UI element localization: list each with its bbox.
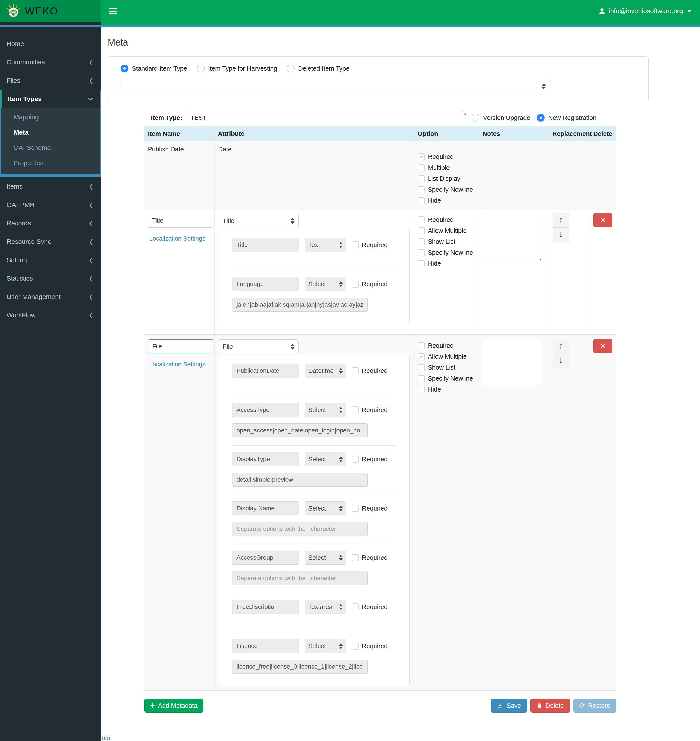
field-type-select[interactable]: Select xyxy=(304,403,346,417)
option-multiple[interactable]: Multiple xyxy=(418,164,476,171)
field-required-checkbox[interactable]: Required xyxy=(352,554,388,561)
field-required-checkbox[interactable]: Required xyxy=(352,281,388,288)
move-down-button[interactable]: ↓ xyxy=(553,354,569,368)
notes-textarea[interactable] xyxy=(483,213,542,260)
sidebar-item-home[interactable]: Home xyxy=(0,35,101,53)
field-required-checkbox[interactable]: Required xyxy=(352,367,388,374)
sidebar-subitem-mapping[interactable]: Mapping xyxy=(1,109,100,125)
field-required-checkbox[interactable]: Required xyxy=(352,407,388,414)
field-name-input[interactable] xyxy=(232,501,299,516)
field-required-checkbox[interactable]: Required xyxy=(352,603,388,611)
field-required-checkbox[interactable]: Required xyxy=(352,456,388,463)
field-name-input[interactable] xyxy=(232,452,299,466)
sidebar-item-communities[interactable]: Communities ❮ xyxy=(0,53,101,71)
field-name-input[interactable] xyxy=(232,364,299,378)
item-type-name-input[interactable] xyxy=(186,111,463,125)
option-show-list[interactable]: Show List xyxy=(418,364,476,371)
add-metadata-button[interactable]: + Add Metadata xyxy=(144,698,203,713)
field-name-input[interactable] xyxy=(232,600,299,614)
delete-row-button[interactable]: ✕ xyxy=(593,339,612,353)
option-required[interactable]: Required xyxy=(418,216,476,224)
radio-new-registration[interactable]: New Registration xyxy=(537,114,597,122)
option-required[interactable]: Required xyxy=(418,342,476,349)
field-options-input[interactable] xyxy=(232,660,368,673)
sidebar-item-workflow[interactable]: WorkFlow ❮ xyxy=(0,306,101,324)
user-menu[interactable]: info@inveniosoftware.org xyxy=(598,7,691,15)
option-hide[interactable]: Hide xyxy=(418,260,476,267)
field-options-input[interactable] xyxy=(232,522,368,536)
field-name-input[interactable] xyxy=(232,238,299,252)
footer-link[interactable]: nio xyxy=(101,734,110,741)
field-required-checkbox[interactable]: Required xyxy=(352,642,388,650)
field-options-input[interactable] xyxy=(232,423,368,438)
field-name-input[interactable] xyxy=(232,639,299,653)
field-type-select[interactable]: Textarea xyxy=(304,600,346,614)
option-specify-newline[interactable]: Specify Newline xyxy=(418,375,476,382)
chevron-left-icon: ❮ xyxy=(89,183,93,190)
field-type-select[interactable]: Select xyxy=(304,501,346,516)
field-type-select[interactable]: Datetime xyxy=(304,364,346,378)
save-button[interactable]: Save xyxy=(491,698,527,713)
sidebar-item-setting[interactable]: Setting ❮ xyxy=(0,251,101,269)
radio-version-upgrade[interactable]: Version Upgrade xyxy=(472,114,530,122)
radio-item-type-for-harvesting[interactable]: Item Type for Harvesting xyxy=(197,65,277,72)
option-allow-multiple[interactable]: Allow Multiple xyxy=(418,227,476,234)
field-type-select[interactable]: Select xyxy=(304,452,346,466)
sidebar-item-items[interactable]: Items ❮ xyxy=(0,177,101,196)
restore-button[interactable]: ⟳ Restore xyxy=(574,698,616,713)
option-allow-multiple[interactable]: Allow Multiple xyxy=(418,353,476,360)
sidebar-subitem-oai-schema[interactable]: OAI Schema xyxy=(1,140,100,155)
item-name-input-file[interactable] xyxy=(148,339,213,354)
radio-standard-item-type[interactable]: Standard Item Type xyxy=(121,65,187,72)
localization-settings-link[interactable]: Localization Settings xyxy=(149,361,205,368)
field-name-input[interactable] xyxy=(232,277,299,291)
field-required-checkbox[interactable]: Required xyxy=(352,242,388,249)
field-options-input[interactable] xyxy=(232,473,368,487)
attribute-select-file[interactable]: File xyxy=(218,339,299,354)
option-hide[interactable]: Hide xyxy=(418,197,476,204)
notes-textarea[interactable] xyxy=(483,339,542,386)
attribute-detail-panel: Text Required xyxy=(218,229,409,324)
field-required-checkbox[interactable]: Required xyxy=(352,505,388,512)
sidebar-item-files[interactable]: Files ❮ xyxy=(0,71,101,90)
localization-settings-link[interactable]: Localization Settings xyxy=(149,235,205,242)
field-type-select[interactable]: Select xyxy=(304,277,346,291)
option-required[interactable]: Required xyxy=(418,153,476,161)
sidebar-item-user-management[interactable]: User Management ❮ xyxy=(0,287,101,306)
move-up-button[interactable]: ↑ xyxy=(553,213,569,228)
radio-deleted-item-type[interactable]: Deleted Item Type xyxy=(287,65,350,72)
delete-row-button[interactable]: ✕ xyxy=(593,213,612,227)
option-hide[interactable]: Hide xyxy=(418,386,476,393)
option-specify-newline[interactable]: Specify Newline xyxy=(418,249,476,256)
sidebar-item-statistics[interactable]: Statistics ❮ xyxy=(0,269,101,287)
field-name-input[interactable] xyxy=(232,403,299,417)
field-type-select[interactable]: Text xyxy=(304,238,346,252)
field-name-input[interactable] xyxy=(232,551,299,564)
select-arrows-icon xyxy=(339,407,343,413)
sidebar-subitem-meta[interactable]: Meta xyxy=(1,125,100,140)
sidebar-toggle-icon[interactable] xyxy=(109,7,118,15)
checkbox-icon xyxy=(418,175,425,182)
item-name-input-title[interactable] xyxy=(148,214,213,228)
brand-logo[interactable]: WEKO xyxy=(0,0,101,22)
option-specify-newline[interactable]: Specify Newline xyxy=(418,186,476,193)
move-up-button[interactable]: ↑ xyxy=(553,339,569,354)
sidebar-item-resource-sync[interactable]: Resource Sync ❮ xyxy=(0,233,101,251)
sidebar-item-records[interactable]: Records ❮ xyxy=(0,214,101,233)
option-show-list[interactable]: Show List xyxy=(418,238,476,245)
sidebar-item-item-types[interactable]: Item Types ❮ xyxy=(1,90,100,108)
sidebar-item-oai-pmh[interactable]: OAI-PMH ❮ xyxy=(0,196,101,214)
move-down-button[interactable]: ↓ xyxy=(553,228,569,242)
delete-button[interactable]: Delete xyxy=(531,698,570,713)
option-list-display[interactable]: List Display xyxy=(418,175,476,182)
field-options-input[interactable] xyxy=(232,571,368,585)
download-icon xyxy=(497,702,504,709)
checkbox-icon xyxy=(352,242,359,248)
field-options-input[interactable] xyxy=(232,298,368,312)
attribute-select-title[interactable]: Title xyxy=(218,214,299,228)
field-type-select[interactable]: Select xyxy=(304,551,346,564)
field-type-select[interactable]: Select xyxy=(304,639,346,653)
sidebar-subitem-properties[interactable]: Properties xyxy=(1,155,100,171)
item-type-list-select[interactable] xyxy=(121,79,550,93)
table-header-row: Item Name Attribute Option Notes Replace… xyxy=(144,127,616,141)
